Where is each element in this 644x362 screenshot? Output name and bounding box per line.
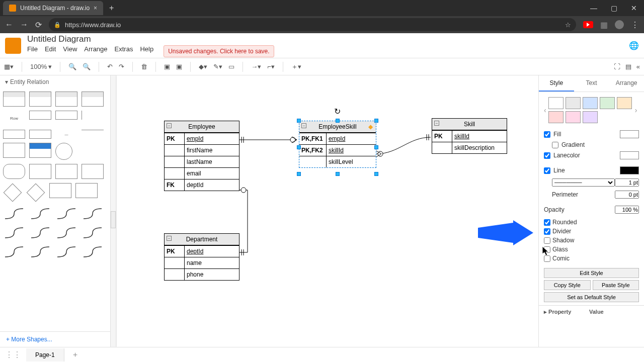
shape-table-4[interactable] <box>82 92 104 107</box>
shape-relation-12[interactable] <box>82 244 104 259</box>
browser-tab[interactable]: Untitled Diagram - draw.io × <box>3 1 103 15</box>
fill-color-icon[interactable]: ◆▾ <box>199 63 207 70</box>
shape-box-2[interactable] <box>55 164 77 179</box>
fill-checkbox[interactable] <box>544 131 550 138</box>
unsaved-warning[interactable]: Unsaved changes. Click here to save. <box>164 45 274 57</box>
collapse-icon[interactable]: − <box>434 121 439 126</box>
menu-view[interactable]: View <box>63 45 77 57</box>
ext-icon[interactable]: ▦ <box>600 20 608 30</box>
reload-button[interactable]: ⟳ <box>35 20 42 30</box>
shape-category[interactable]: ▾ Entity Relation <box>0 75 110 88</box>
swatch[interactable] <box>566 97 581 109</box>
collapse-icon[interactable]: − <box>167 123 172 128</box>
selection-handle[interactable] <box>374 145 378 149</box>
browser-menu-icon[interactable]: ⋮ <box>631 20 639 30</box>
waypoint-icon[interactable]: ⌐▾ <box>267 63 275 70</box>
page-drag-handle[interactable]: ⋮⋮ <box>0 350 26 359</box>
swatch-prev[interactable]: ‹ <box>544 106 546 114</box>
swatch[interactable] <box>548 97 564 109</box>
shadow-checkbox[interactable] <box>544 237 550 244</box>
gradient-checkbox[interactable] <box>552 142 558 148</box>
shape-row[interactable] <box>29 111 51 120</box>
line-color-icon[interactable]: ✎▾ <box>213 63 222 70</box>
table-employeeskill-selected[interactable]: −EmployeeSkill◆ PK,FK1empId PK,FK2skillI… <box>299 121 376 168</box>
shape-relation-3[interactable] <box>55 206 77 221</box>
selection-handle[interactable] <box>374 119 378 123</box>
collapse-icon[interactable]: − <box>301 123 306 128</box>
shape-note[interactable] <box>75 183 98 198</box>
line-width-input[interactable] <box>615 178 639 187</box>
divider-checkbox[interactable] <box>544 228 550 235</box>
shape-relation-11[interactable] <box>55 244 77 259</box>
swatch-next[interactable]: › <box>635 106 637 114</box>
connection-icon[interactable]: →▾ <box>251 63 261 70</box>
delete-icon[interactable]: 🗑 <box>141 63 147 70</box>
shape-box-4[interactable] <box>49 183 71 198</box>
table-skill[interactable]: −Skill PKskillId skillDescription <box>432 118 507 154</box>
sidebar-collapse-handle[interactable] <box>111 211 116 228</box>
minimize-icon[interactable]: — <box>584 4 604 12</box>
shape-line[interactable] <box>82 130 104 139</box>
close-window-icon[interactable]: ✕ <box>624 4 644 12</box>
back-button[interactable]: ← <box>5 20 13 29</box>
line-style-select[interactable]: ─────── <box>552 178 615 187</box>
opacity-input[interactable] <box>615 206 639 214</box>
menu-file[interactable]: File <box>27 45 38 57</box>
menu-extras[interactable]: Extras <box>115 45 133 57</box>
shape-table[interactable] <box>3 92 25 107</box>
menu-edit[interactable]: Edit <box>45 45 56 57</box>
tab-arrange[interactable]: Arrange <box>609 75 644 92</box>
swatch[interactable] <box>600 97 615 109</box>
page-tab[interactable]: Page-1 <box>26 348 64 361</box>
paste-style-button[interactable]: Paste Style <box>593 280 639 290</box>
menu-arrange[interactable]: Arrange <box>84 45 107 57</box>
selection-handle[interactable] <box>336 119 340 123</box>
copy-style-button[interactable]: Copy Style <box>544 280 591 290</box>
to-back-icon[interactable]: ▣ <box>176 63 182 70</box>
youtube-ext-icon[interactable] <box>583 21 593 28</box>
shape-relation-7[interactable] <box>55 225 77 240</box>
zoom-in-icon[interactable]: 🔍 <box>68 63 76 70</box>
swatch[interactable] <box>583 111 598 123</box>
selection-handle[interactable] <box>297 145 301 149</box>
collapse-icon[interactable]: − <box>167 236 172 241</box>
table-employee[interactable]: −Employee PKempId firstName lastName ema… <box>164 121 239 191</box>
table-department[interactable]: −Department PKdeptId name phone <box>164 233 239 281</box>
edit-style-button[interactable]: Edit Style <box>544 268 639 278</box>
add-icon[interactable]: ＋▾ <box>291 62 301 71</box>
shape-attribute[interactable] <box>55 143 72 160</box>
shape-row-4[interactable] <box>29 130 51 139</box>
shape-table-3[interactable] <box>55 92 77 107</box>
shape-relation-1[interactable] <box>3 206 25 221</box>
shape-diamond[interactable] <box>4 184 22 202</box>
more-shapes-button[interactable]: + More Shapes... <box>0 331 110 347</box>
view-dropdown[interactable]: ▦▾ <box>4 63 14 70</box>
tab-style[interactable]: Style <box>539 75 574 92</box>
zoom-level[interactable]: 100% ▾ <box>30 63 52 70</box>
link-icon[interactable]: ◆ <box>368 123 373 130</box>
shape-diamond-2[interactable] <box>27 184 45 202</box>
swatch[interactable] <box>548 111 564 123</box>
shape-cloud[interactable] <box>3 164 25 179</box>
selection-handle[interactable] <box>297 172 301 176</box>
profile-avatar[interactable] <box>615 20 624 29</box>
set-default-style-button[interactable]: Set as Default Style <box>544 292 639 302</box>
format-panel-icon[interactable]: ▤ <box>625 63 631 70</box>
shape-relation-8[interactable] <box>82 225 104 240</box>
selection-handle[interactable] <box>374 172 378 176</box>
lanecolor-color[interactable] <box>620 151 639 159</box>
maximize-icon[interactable]: ▢ <box>604 4 624 12</box>
rounded-checkbox[interactable] <box>544 219 550 226</box>
swatch[interactable] <box>583 97 598 109</box>
comic-checkbox[interactable] <box>544 255 550 262</box>
perimeter-input[interactable] <box>615 191 639 199</box>
shape-relation-4[interactable] <box>82 206 104 221</box>
line-color[interactable] <box>620 166 639 174</box>
close-tab-icon[interactable]: × <box>94 5 97 12</box>
lanecolor-checkbox[interactable] <box>544 152 550 159</box>
undo-icon[interactable]: ↶ <box>107 63 113 70</box>
language-icon[interactable]: 🌐 <box>629 41 639 50</box>
shape-box-3[interactable] <box>82 164 104 179</box>
star-icon[interactable]: ☆ <box>565 21 571 29</box>
selection-handle[interactable] <box>297 119 301 123</box>
